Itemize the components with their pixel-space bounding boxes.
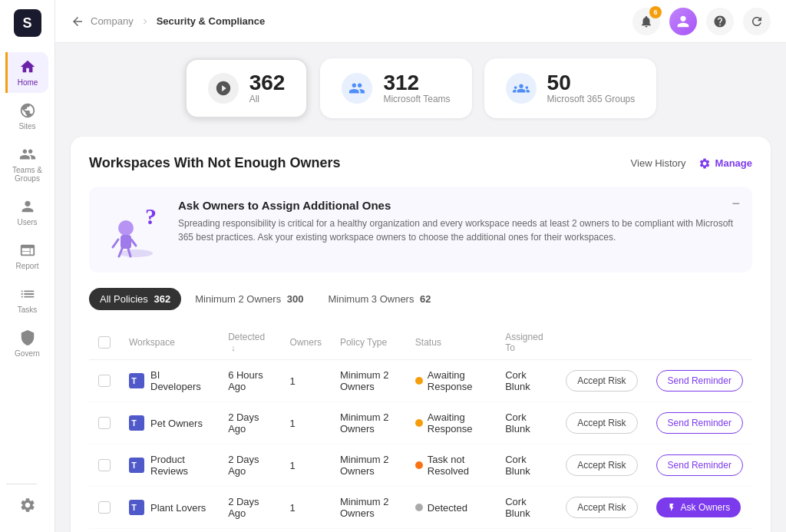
sidebar-item-teams-groups[interactable]: Teams & Groups [6,140,49,189]
col-detected[interactable]: Detected ↓ [219,325,280,360]
main-content: Company Security & Compliance 6 [55,0,786,532]
header: Company Security & Compliance 6 [55,0,786,43]
assigned-to-3: Cork Blunk [496,444,556,487]
col-owners: Owners [281,325,331,360]
select-all-checkbox[interactable] [98,336,111,349]
sidebar-item-users[interactable]: Users [6,192,49,233]
send-reminder-btn-2[interactable]: Send Reminder [656,412,743,434]
row-checkbox-3[interactable] [98,459,111,471]
view-history-link[interactable]: View History [631,157,686,169]
back-button[interactable] [71,15,84,28]
row-checkbox-4[interactable] [98,501,111,514]
sidebar-divider [6,484,37,484]
owners-1: 1 [281,360,331,402]
svg-point-0 [119,249,153,257]
teams-icon: T [129,500,144,515]
manage-gear-icon [698,157,711,170]
row-checkbox-2[interactable] [98,417,111,429]
chevron-right-icon [140,16,150,27]
stat-number-groups: 50 [547,72,636,94]
lightning-icon [667,503,676,512]
accept-risk-btn-2[interactable]: Accept Risk [566,412,637,434]
workspace-name-pet-owners: T Pet Owners [129,415,210,431]
accept-risk-btn-3[interactable]: Accept Risk [566,454,637,476]
sidebar-item-settings[interactable] [6,491,49,520]
notifications-button[interactable]: 6 [632,8,660,35]
help-button[interactable] [706,8,734,35]
policy-type-1: Minimum 2 Owners [331,360,406,402]
detected-3: 2 Days Ago [219,444,280,487]
app-logo: S [14,9,41,37]
sidebar-item-report[interactable]: Report [6,236,49,276]
card-actions: View History Manage [631,157,752,170]
breadcrumb-parent: Company [91,15,134,27]
sidebar-item-home[interactable]: Home [5,52,48,93]
table-row: T Pet Owners 2 Days Ago 1 Minimum 2 Owne… [89,402,752,444]
svg-rect-2 [121,235,131,249]
govern-icon [19,329,36,346]
banner-description: Spreading responsibility is critical for… [178,216,737,244]
refresh-button[interactable] [743,8,771,35]
users-icon [19,198,36,215]
table-row: T BI Developers 6 Hours Ago 1 Minimum 2 … [89,360,752,402]
filter-tab-min-3[interactable]: Minimum 3 Owners 62 [317,288,441,310]
stat-card-all[interactable]: 362 All [185,58,309,118]
avatar[interactable] [669,8,697,35]
card-header: Workspaces With Not Enough Owners View H… [89,155,752,171]
manage-button[interactable]: Manage [698,157,752,170]
stat-number-teams: 312 [383,72,450,94]
table-row: T Product Reviews 2 Days Ago 1 Minimum 2… [89,444,752,487]
row-checkbox-1[interactable] [98,375,111,387]
svg-text:T: T [131,503,137,512]
detected-2: 2 Days Ago [219,402,280,444]
filter-tabs: All Policies 362 Minimum 2 Owners 300 Mi… [89,288,752,310]
report-icon [19,242,36,259]
workspaces-card: Workspaces With Not Enough Owners View H… [71,137,771,532]
assigned-to-4: Cork Blunk [496,487,556,529]
sidebar-item-govern[interactable]: Govern [6,323,49,364]
col-status: Status [406,325,496,360]
stats-row: 362 All 312 Microsoft Teams 50 [71,58,771,118]
col-assigned-to: Assigned To [496,325,556,360]
tasks-icon [19,286,36,302]
stat-card-teams[interactable]: 312 Microsoft Teams [320,58,471,118]
banner-close-button[interactable]: − [732,196,740,212]
stat-card-groups[interactable]: 50 Microsoft 365 Groups [484,58,657,118]
teams-icon: T [129,415,144,431]
ask-owners-btn-4[interactable]: Ask Owners [656,497,741,517]
workspace-name-product-reviews: T Product Reviews [129,454,210,477]
accept-risk-btn-1[interactable]: Accept Risk [566,370,637,392]
sites-icon [19,102,36,119]
home-icon [19,58,36,75]
assigned-to-1: Cork Blunk [496,360,556,402]
svg-point-1 [118,220,134,236]
send-reminder-btn-1[interactable]: Send Reminder [656,370,743,392]
policy-type-3: Minimum 2 Owners [331,444,406,487]
stat-label-teams: Microsoft Teams [383,94,450,104]
workspace-name-bi-developers: T BI Developers [129,369,210,392]
stat-icon-teams [342,73,372,104]
sidebar-item-sites[interactable]: Sites [6,96,49,137]
accept-risk-btn-4[interactable]: Accept Risk [566,497,637,518]
status-2: Awaiting Response [415,411,487,435]
workspaces-table: Workspace Detected ↓ Owners Policy Type … [89,325,752,529]
policy-type-2: Minimum 2 Owners [331,402,406,444]
stat-label-all: All [249,94,286,104]
status-1: Awaiting Response [415,369,487,392]
stat-icon-all [208,73,239,104]
send-reminder-btn-3[interactable]: Send Reminder [656,454,743,476]
banner-illustration: ? [104,199,166,260]
header-right: 6 [632,8,771,35]
table-row: T Plant Lovers 2 Days Ago 1 Minimum 2 Ow… [89,487,752,529]
settings-icon [19,497,36,514]
stat-icon-groups [506,73,537,104]
sidebar-item-tasks[interactable]: Tasks [6,279,49,320]
filter-tab-min-2[interactable]: Minimum 2 Owners 300 [184,288,314,310]
detected-1: 6 Hours Ago [219,360,280,402]
banner-title: Ask Owners to Assign Additional Ones [178,199,737,212]
teams-icon: T [129,373,144,388]
status-3: Task not Resolved [415,454,487,477]
svg-line-3 [113,240,118,247]
filter-tab-all-policies[interactable]: All Policies 362 [89,288,181,310]
teams-groups-icon [19,146,36,163]
